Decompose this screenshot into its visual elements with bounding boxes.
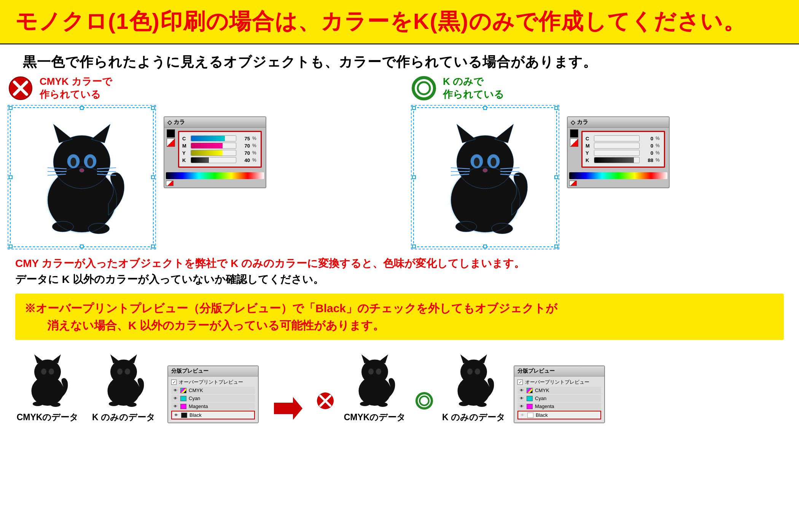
svg-point-19	[88, 223, 110, 234]
cat-k-right-container: K のみのデータ	[441, 349, 506, 423]
overprint-check-row-2: オーバープリントプレビュー	[517, 379, 601, 386]
bunban-magenta-2: 👁 Magenta	[517, 403, 601, 410]
eye-icon-black: 👁	[173, 413, 179, 418]
overprint-checkbox[interactable]	[171, 380, 177, 385]
warning-box: ※オーバープリントプレビュー（分版プレビュー）で「Black」のチェックを外して…	[15, 294, 784, 340]
left-cat-area: ◇カラ C 75 %	[8, 105, 388, 249]
left-panel: CMYK カラーで 作られている	[8, 75, 388, 249]
page-title: モノクロ(1色)印刷の場合は、カラーをK(黒)のみで作成してください。	[15, 7, 784, 37]
cat-k-svg	[91, 349, 156, 410]
bunban-cmyk-2: 👁 CMYK	[517, 387, 601, 394]
left-color-panel: ◇カラ C 75 %	[164, 116, 266, 188]
bunban-body-2: オーバープリントプレビュー 👁 CMYK 👁 Cyan 👁	[514, 376, 604, 422]
eye-icon: 👁	[173, 388, 178, 393]
svg-point-48	[51, 402, 60, 407]
svg-point-17	[80, 168, 84, 172]
cat-cmyk-right-container: CMYKのデータ	[342, 349, 407, 423]
svg-point-72	[460, 360, 487, 384]
right-panel-title: ◇カラ	[568, 117, 669, 128]
magenta-swatch-2	[527, 404, 533, 409]
magenta-swatch	[180, 404, 186, 409]
bunban-title-1: 分版プレビュー	[168, 366, 258, 376]
svg-point-10	[87, 157, 93, 167]
svg-point-21	[413, 78, 435, 99]
bunban-cmyk: 👁 CMYK	[171, 387, 255, 394]
svg-point-62	[361, 360, 388, 384]
svg-point-67	[360, 402, 370, 406]
svg-point-45	[41, 368, 46, 375]
left-cat-svg	[17, 113, 146, 242]
circle-mark-small-icon	[415, 391, 434, 412]
left-color-values: C 75 % M 70	[178, 131, 262, 168]
overprint-checkbox-2[interactable]	[517, 380, 523, 385]
bunban-cyan: 👁 Cyan	[171, 395, 255, 402]
main-panels: CMYK カラーで 作られている	[0, 75, 799, 249]
cmyk-swatch-2	[527, 388, 533, 393]
svg-point-30	[490, 157, 497, 167]
svg-point-78	[477, 402, 487, 407]
left-color-gradient	[166, 172, 264, 179]
eye-icon-magenta: 👁	[173, 404, 178, 409]
header-banner: モノクロ(1色)印刷の場合は、カラーをK(黒)のみで作成してください。	[0, 0, 799, 44]
bunban-black-2-highlighted: 👁 Black	[517, 411, 601, 419]
svg-point-77	[459, 402, 469, 406]
overprint-check-row: オーバープリントプレビュー	[171, 379, 255, 386]
svg-point-37	[483, 168, 487, 172]
arrow-container	[270, 395, 304, 423]
cyan-swatch-2	[527, 396, 533, 401]
right-cat-svg	[420, 113, 550, 242]
svg-point-65	[368, 368, 374, 375]
bottom-section: CMYKのデータ K のみのデータ 分版プレビュー	[0, 343, 799, 427]
svg-point-29	[474, 157, 480, 167]
svg-point-53	[117, 368, 123, 375]
svg-point-22	[418, 82, 430, 94]
right-cat-area: ◇カラ C 0 %	[411, 105, 791, 249]
right-panel: K のみで 作られている	[411, 75, 791, 249]
right-color-values: C 0 % M 0	[581, 131, 665, 168]
svg-point-66	[376, 368, 381, 375]
left-label-text: CMYK カラーで 作られている	[40, 75, 112, 101]
cyan-swatch	[180, 396, 186, 401]
bunban-title-2: 分版プレビュー	[514, 366, 604, 376]
svg-point-70	[420, 396, 429, 405]
svg-point-46	[49, 368, 54, 375]
right-color-gradient	[569, 172, 667, 179]
svg-point-18	[52, 221, 73, 232]
subtitle: 黒一色で作られたように見えるオブジェクトも、カラーで作られている場合があります。	[0, 44, 799, 75]
black-swatch-2	[527, 413, 533, 418]
svg-point-75	[467, 368, 473, 375]
right-cat-container	[411, 105, 559, 249]
cmyk-swatch	[180, 388, 186, 393]
bunban-panel-2: 分版プレビュー オーバープリントプレビュー 👁 CMYK 👁	[514, 365, 605, 423]
bunban-panel-1: 分版プレビュー オーバープリントプレビュー 👁 CMYK 👁 Cyan	[167, 365, 259, 423]
svg-point-76	[475, 368, 480, 375]
svg-point-68	[378, 402, 388, 407]
right-panel-label: K のみで 作られている	[411, 75, 791, 101]
left-cat-container	[8, 105, 156, 249]
svg-point-39	[492, 223, 513, 234]
left-panel-title: ◇カラ	[164, 117, 266, 128]
svg-point-38	[455, 221, 477, 232]
x-mark-small-icon	[316, 391, 335, 412]
svg-point-54	[125, 368, 130, 375]
svg-point-56	[127, 402, 137, 407]
cat-k-right-svg	[441, 349, 506, 410]
svg-point-24	[457, 135, 514, 189]
right-color-panel: ◇カラ C 0 %	[567, 116, 670, 188]
bunban-magenta: 👁 Magenta	[171, 403, 255, 410]
svg-point-50	[110, 360, 137, 384]
right-label-text: K のみで 作られている	[443, 75, 504, 101]
black-swatch	[181, 413, 187, 418]
svg-point-55	[109, 402, 119, 406]
svg-point-9	[70, 157, 76, 167]
cat-k-container: K のみのデータ	[91, 349, 156, 423]
right-arrow-icon	[270, 395, 304, 422]
bunban-cyan-2: 👁 Cyan	[517, 395, 601, 402]
cmy-warning-text: CMY カラーが入ったオブジェクトを弊社で K のみのカラーに変換すると、色味が…	[0, 249, 799, 291]
x-mark-icon	[8, 75, 33, 101]
warning-text: ※オーバープリントプレビュー（分版プレビュー）で「Black」のチェックを外して…	[24, 300, 775, 334]
circle-check-icon	[411, 75, 437, 101]
cat-cmyk-right-svg	[342, 349, 407, 410]
bunban-black-highlighted: 👁 Black	[171, 411, 255, 419]
cat-cmyk-container: CMYKのデータ	[15, 349, 80, 423]
